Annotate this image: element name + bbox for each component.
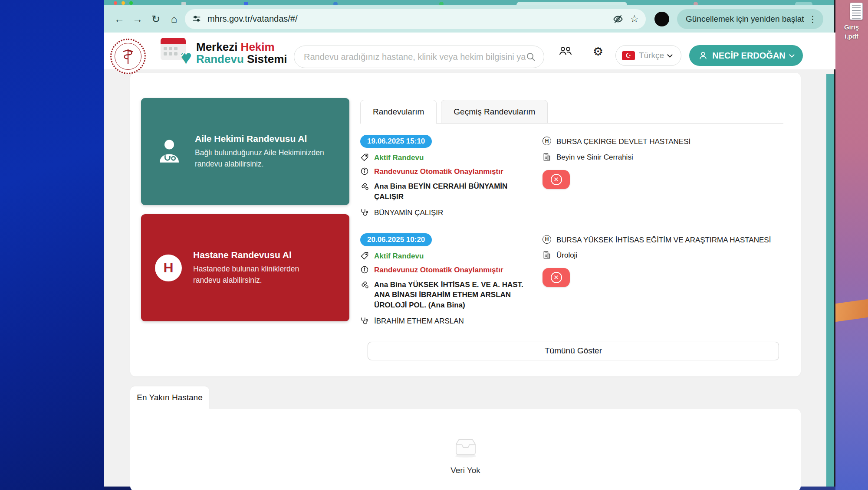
main-panel: Aile Hekimi Randevusu Al Bağlı bulunduğu…: [130, 73, 801, 376]
appointment-hospital: BURSA ÇEKİRGE DEVLET HASTANESİ: [556, 137, 690, 147]
appointment-department: Beyin ve Sinir Cerrahisi: [556, 152, 633, 163]
appointment-hospital: BURSA YÜKSEK İHTİSAS EĞİTİM VE ARAŞTIRMA…: [556, 235, 771, 245]
no-data-label: Veri Yok: [130, 466, 801, 475]
url-text[interactable]: mhrs.gov.tr/vatandas/#/: [207, 14, 612, 24]
doctor-icon: [155, 137, 184, 166]
appointment-row: 19.06.2025 15:10 Aktif Randevu: [360, 135, 783, 219]
appointment-department: Üroloji: [556, 250, 577, 261]
tab-favicon[interactable]: [694, 2, 698, 5]
zoom-window-button[interactable]: [129, 1, 133, 5]
accompanied-persons-icon[interactable]: [557, 45, 574, 58]
window-edge: [834, 0, 835, 487]
stethoscope-icon: [360, 208, 369, 219]
user-name: NECİP ERDOĞAN: [712, 51, 786, 61]
browser-menu-icon[interactable]: ⋮: [809, 14, 817, 24]
address-bar[interactable]: mhrs.gov.tr/vatandas/#/ ☆: [185, 9, 646, 29]
empty-state: Veri Yok: [130, 437, 801, 475]
appointments-tabs: Randevularım Geçmiş Randevularım: [360, 100, 783, 124]
desktop-wallpaper-left: [0, 0, 104, 490]
user-menu-button[interactable]: NECİP ERDOĞAN: [689, 45, 803, 66]
language-selector[interactable]: ☪ Türkçe: [615, 45, 681, 66]
appointment-note: Randevunuz Otomatik Onaylanmıştır: [374, 265, 503, 275]
tab-en-yakin-hastane[interactable]: En Yakın Hastane: [130, 386, 209, 409]
search-input[interactable]: [304, 52, 526, 62]
tune-icon[interactable]: [192, 14, 201, 24]
search-icon[interactable]: [526, 52, 536, 62]
language-label: Türkçe: [639, 51, 664, 60]
show-all-button[interactable]: Tümünü Göster: [368, 342, 779, 360]
info-icon: [360, 265, 369, 276]
hospital-appointment-card[interactable]: H Hastane Randevusu Al Hastanede bulunan…: [141, 214, 349, 321]
settings-gear-icon[interactable]: ⚙: [589, 45, 607, 58]
restart-to-update-button[interactable]: Güncellemek için yeniden başlat ⋮: [677, 9, 823, 29]
stethoscope-icon: [360, 317, 369, 327]
home-button[interactable]: ⌂: [165, 13, 183, 25]
tab-gecmis-randevularim[interactable]: Geçmiş Randevularım: [441, 100, 548, 123]
appointment-status: Aktif Randevu: [374, 251, 424, 261]
building-icon: [542, 251, 551, 261]
empty-inbox-icon: [451, 437, 480, 458]
forward-button[interactable]: →: [128, 13, 147, 25]
clinic-pill-icon: [360, 280, 369, 291]
mhrs-header: ♥ ✓ Merkezi Hekim Randevu Sistemi ⚙: [104, 33, 835, 69]
pdf-file-label[interactable]: Giriş i.pdf: [836, 23, 867, 41]
hospital-h-icon: H: [542, 235, 551, 244]
person-icon: [698, 51, 708, 60]
nearest-hospital-panel: Veri Yok: [130, 409, 801, 490]
browser-tabstrip[interactable]: [104, 0, 835, 5]
back-button[interactable]: ←: [110, 13, 128, 25]
cancel-appointment-button[interactable]: ✕: [542, 268, 570, 287]
appointment-doctor: BÜNYAMİN ÇALIŞIR: [374, 208, 443, 218]
appointments-area: Randevularım Geçmiş Randevularım 19.06.2…: [360, 100, 783, 360]
page-body: Aile Hekimi Randevusu Al Bağlı bulunduğu…: [104, 69, 835, 487]
browser-profile-avatar[interactable]: [654, 12, 669, 26]
tab-favicon[interactable]: [333, 2, 338, 5]
browser-window: ← → ↻ ⌂ mhrs.gov.tr/vatandas/#/ ☆: [104, 0, 835, 487]
appointment-clinic: Ana Bina YÜKSEK İHTİSAS E. VE A. HAST. A…: [374, 280, 527, 310]
ministry-of-health-seal: [110, 39, 146, 74]
appointment-clinic: Ana Bina BEYİN CERRAHİ BÜNYAMİN ÇALIŞIR: [374, 181, 527, 202]
card-title: Aile Hekimi Randevusu Al: [195, 134, 329, 144]
desktop-wallpaper-right: Giriş i.pdf: [835, 0, 868, 490]
info-icon: [360, 167, 369, 177]
appointment-note: Randevunuz Otomatik Onaylanmıştır: [374, 167, 503, 177]
browser-toolbar: ← → ↻ ⌂ mhrs.gov.tr/vatandas/#/ ☆: [104, 5, 835, 33]
hospital-h-icon: H: [155, 255, 182, 281]
close-circle-icon: ✕: [551, 272, 562, 283]
hospital-h-icon: H: [542, 137, 551, 145]
new-tab-button[interactable]: [795, 2, 812, 5]
tab-favicon[interactable]: [244, 2, 248, 5]
active-tab[interactable]: [516, 2, 627, 5]
tag-icon: [360, 153, 369, 163]
close-window-button[interactable]: [114, 1, 117, 5]
tab-randevularim[interactable]: Randevularım: [360, 100, 437, 123]
tab-favicon[interactable]: [181, 2, 186, 5]
bookmark-star-icon[interactable]: ☆: [630, 13, 639, 25]
minimize-window-button[interactable]: [122, 1, 125, 5]
tab-favicon[interactable]: [439, 2, 444, 5]
family-doctor-appointment-card[interactable]: Aile Hekimi Randevusu Al Bağlı bulunduğu…: [141, 98, 349, 205]
close-circle-icon: ✕: [551, 174, 562, 185]
pdf-file-icon[interactable]: [850, 3, 863, 20]
turkish-flag-icon: ☪: [622, 51, 635, 60]
clinic-pill-icon: [360, 182, 369, 192]
chevron-down-icon: [667, 52, 673, 58]
appointment-status: Aktif Randevu: [374, 153, 424, 163]
appointment-date-badge: 19.06.2025 15:10: [360, 135, 432, 148]
card-description: Bağlı bulunduğunuz Aile Hekiminizden ran…: [195, 147, 329, 170]
wallpaper-orange-band: [835, 299, 868, 322]
chevron-down-icon: [789, 52, 795, 58]
check-icon: ✓: [180, 50, 186, 59]
card-description: Hastanede bulunan kliniklerden randevu a…: [193, 264, 328, 286]
search-bar[interactable]: [294, 46, 544, 68]
cancel-appointment-button[interactable]: ✕: [542, 170, 570, 189]
scrollbar-track[interactable]: [826, 74, 834, 487]
eye-off-icon[interactable]: [612, 13, 624, 25]
appointment-doctor: İBRAHİM ETHEM ARSLAN: [374, 316, 464, 327]
reload-button[interactable]: ↻: [147, 13, 165, 25]
mhrs-logo-icon: ♥ ✓: [161, 38, 188, 62]
appointment-date-badge: 20.06.2025 10:20: [360, 233, 432, 246]
card-title: Hastane Randevusu Al: [193, 250, 328, 260]
tag-icon: [360, 252, 369, 262]
appointment-row: 20.06.2025 10:20 Aktif Randevu: [360, 233, 783, 327]
